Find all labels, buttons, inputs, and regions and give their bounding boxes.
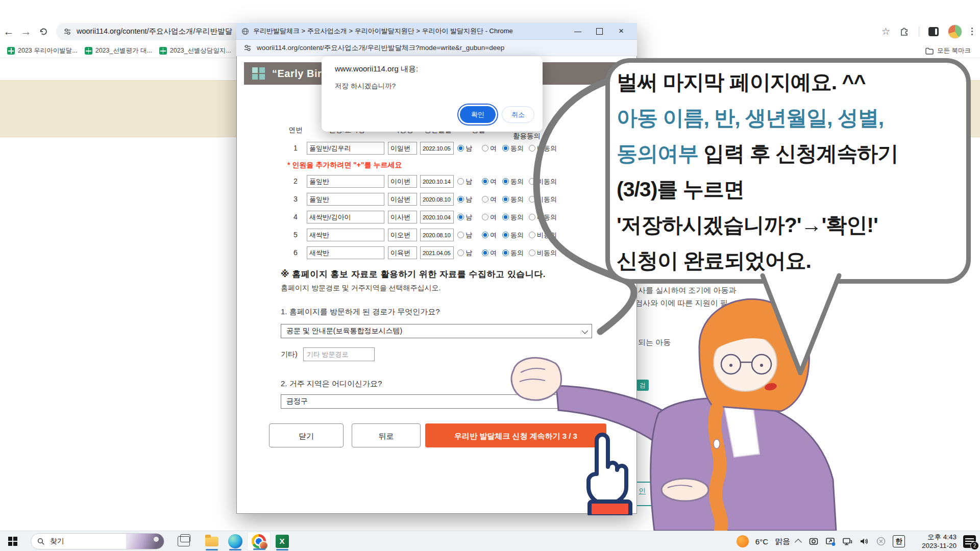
consent-disagree-radio[interactable] [529, 145, 535, 152]
child-name-input[interactable] [388, 246, 417, 259]
consent-agree-radio[interactable] [502, 232, 509, 238]
illustration-woman [505, 286, 837, 531]
consent-agree-radio[interactable] [502, 145, 509, 152]
gender-male-radio[interactable] [457, 178, 464, 185]
consent-disagree-radio[interactable] [529, 196, 535, 203]
tray-chevron-icon[interactable] [795, 539, 802, 546]
birth-date-input[interactable] [420, 229, 454, 241]
child-name-input[interactable] [388, 193, 417, 206]
taskbar-edge[interactable] [224, 532, 247, 551]
popup-titlebar[interactable]: 우리반발달체크 > 주요사업소개 > 우리아이발달지원단 > 우리아이 발달지원… [236, 23, 637, 40]
class-teacher-input[interactable] [307, 211, 384, 223]
consent-disagree-radio-label: 비동의 [537, 195, 557, 204]
back-button[interactable]: 뒤로 [352, 423, 421, 447]
bookmark-item[interactable]: 2023_선별평가 대... [85, 46, 152, 55]
gender-female-radio[interactable] [482, 145, 488, 152]
row-number: 4 [286, 213, 305, 221]
dismiss-circle-icon[interactable] [876, 536, 886, 546]
close-form-button[interactable]: 닫기 [269, 423, 344, 447]
gender-male-radio[interactable] [457, 214, 464, 220]
class-teacher-input[interactable] [307, 246, 384, 259]
birth-date-input[interactable] [420, 175, 454, 188]
bookmark-label: 2023_선별평가 대... [95, 46, 152, 55]
consent-disagree-radio[interactable] [529, 214, 535, 220]
gender-female-radio[interactable] [482, 214, 488, 220]
gender-female-radio[interactable] [482, 232, 488, 238]
bookmark-star-icon[interactable]: ☆ [881, 26, 890, 37]
all-bookmarks-button[interactable]: 모든 북마크 [925, 46, 971, 55]
gender-male-radio[interactable] [457, 232, 464, 238]
start-button[interactable] [8, 537, 17, 546]
consent-agree-radio[interactable] [502, 196, 509, 203]
task-view-icon[interactable] [178, 536, 190, 546]
url-text: woorii114.org/content/주요사업소개/우리반발달 [77, 27, 232, 36]
taskbar-clock[interactable]: 오후 4:43 2023-11-20 [912, 533, 957, 550]
confirm-button[interactable]: 확인 [460, 106, 496, 123]
gender-female-radio[interactable] [482, 196, 488, 203]
back-icon[interactable]: ← [0, 26, 17, 38]
taskbar-chrome[interactable] [247, 532, 271, 551]
child-name-input[interactable] [388, 142, 417, 155]
minimize-icon[interactable]: — [567, 27, 589, 35]
gender-male-radio[interactable] [457, 249, 464, 256]
profile-avatar[interactable] [948, 24, 962, 39]
volume-icon[interactable] [859, 536, 869, 546]
class-teacher-input[interactable] [307, 175, 384, 188]
gender-female-radio[interactable] [482, 249, 488, 256]
taskbar-excel[interactable]: X [271, 532, 294, 551]
consent-disagree-radio[interactable] [529, 249, 535, 256]
child-name-input[interactable] [388, 175, 417, 188]
gender-female-radio[interactable] [482, 178, 488, 185]
birth-date-input[interactable] [420, 193, 454, 206]
birth-date-input[interactable] [420, 246, 454, 259]
reload-icon[interactable] [35, 27, 52, 37]
weather-temperature[interactable]: 6°C [755, 537, 768, 546]
bubble-text-segment: 입력 후 신청계속하기 [698, 142, 898, 165]
cancel-button[interactable]: 취소 [502, 106, 534, 123]
consent-disagree-radio[interactable] [529, 178, 535, 185]
class-teacher-input[interactable] [307, 229, 384, 241]
child-name-input[interactable] [388, 229, 417, 241]
edge-icon [228, 534, 242, 548]
side-panel-icon[interactable] [928, 27, 939, 36]
bubble-text-segment: 벌써 마지막 페이지예요. ^^ [617, 70, 865, 94]
class-teacher-input[interactable] [307, 193, 384, 206]
spreadsheet-icon [7, 47, 15, 55]
consent-disagree-radio[interactable] [529, 232, 535, 238]
network-icon[interactable] [842, 536, 852, 546]
close-icon[interactable]: × [610, 26, 632, 36]
consent-agree-radio[interactable] [502, 249, 509, 256]
consent-disagree-radio-label: 비동의 [537, 177, 557, 186]
etc-route-input[interactable] [303, 347, 375, 361]
popup-address-bar[interactable]: woorii114.org/content/주요사업소개/우리반발달체크?mod… [236, 40, 637, 56]
maximize-icon[interactable] [596, 28, 603, 35]
gender-male-radio[interactable] [457, 196, 464, 203]
district-value: 금정구 [286, 397, 308, 406]
birth-date-input[interactable] [420, 142, 454, 155]
birth-date-input[interactable] [420, 211, 454, 223]
bubble-line: 신청이 완료되었어요. [617, 243, 969, 279]
alert-dialog: www.woorii114.org 내용: 저장 하시겠습니까? 확인 취소 [322, 56, 543, 132]
bubble-text-segment: '저장하시겠습니까?'→'확인!' [617, 213, 878, 237]
screen-share-icon[interactable] [825, 536, 836, 546]
bookmark-item[interactable]: 2023_선별상담일지... [159, 46, 231, 55]
gender-male-radio[interactable] [457, 145, 464, 152]
ime-korean-indicator[interactable]: 한 [893, 535, 905, 547]
screen-record-icon[interactable] [808, 536, 819, 546]
weather-description[interactable]: 맑음 [775, 537, 790, 546]
notification-center-icon[interactable]: 2 [963, 535, 976, 548]
consent-agree-radio[interactable] [502, 214, 509, 220]
taskbar-file-explorer[interactable] [200, 532, 224, 551]
child-name-input[interactable] [388, 211, 417, 223]
bubble-text-segment: (3/3)를 누르면 [617, 178, 744, 201]
consent-agree-radio[interactable] [502, 178, 509, 185]
search-highlight-image[interactable] [126, 533, 164, 549]
survey-notice-sub: 홈페이지 방문경로 및 거주지역을 선택해주십시오. [281, 284, 440, 293]
menu-dots-icon[interactable] [971, 28, 973, 35]
bookmark-item[interactable]: 2023 우리아이발달... [7, 46, 78, 55]
forward-icon[interactable]: → [17, 26, 35, 38]
weather-sun-icon[interactable] [737, 535, 749, 547]
class-teacher-input[interactable] [307, 142, 384, 155]
taskbar-search[interactable]: 찾기 [31, 533, 164, 549]
extensions-icon[interactable] [899, 27, 910, 37]
